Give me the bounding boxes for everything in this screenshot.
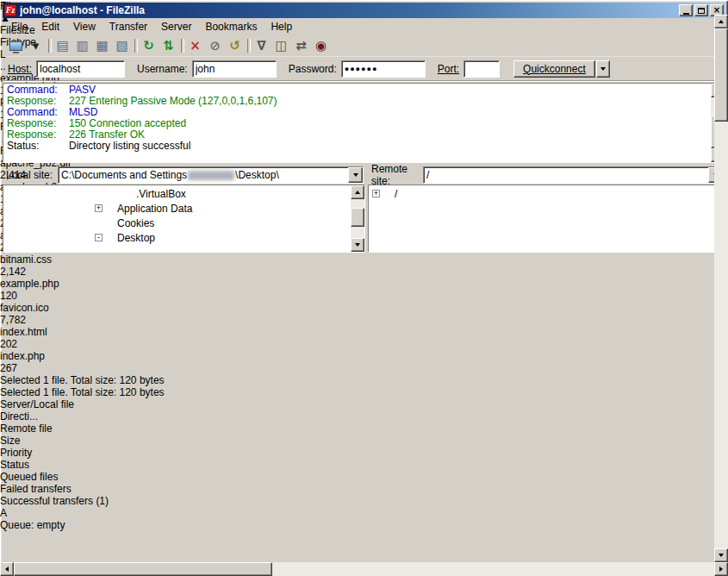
title-bar[interactable]: Fz john@localhost - FileZilla × [3, 3, 725, 18]
queue-column-header-status[interactable]: Status [0, 459, 136, 471]
local-site-combobox[interactable]: C:\Documents and Settings\Desktop\ [58, 166, 364, 184]
synchronized-browsing-button[interactable]: ⇄ [291, 36, 311, 55]
reconnect-button[interactable]: ↺ [225, 36, 245, 55]
file-name: bitnami.css [0, 254, 244, 266]
tree-item-desktop[interactable]: -Desktop [3, 230, 351, 245]
tab-failed-transfers[interactable]: Failed transfers [0, 483, 728, 495]
remote-selection-status: Selected 1 file. Total size: 120 bytes [0, 386, 728, 398]
expand-plus-icon[interactable]: + [95, 204, 103, 212]
menu-item-view[interactable]: View [66, 19, 103, 34]
toggle-remote-tree-button[interactable]: ▦ [92, 36, 112, 55]
remote-tree-rows: +/ [369, 186, 725, 252]
log-line-label: Status: [7, 141, 69, 152]
quickconnect-dropdown-button[interactable] [596, 60, 610, 78]
expand-plus-icon[interactable]: + [372, 190, 380, 197]
transfer-queue-header: Server/Local fileDirecti...Remote fileSi… [0, 398, 728, 471]
minimize-button[interactable] [679, 4, 693, 16]
log-line-response: Response:227 Entering Passive Mode (127,… [7, 96, 707, 107]
cancel-button[interactable]: × [185, 36, 205, 55]
arrow-down-icon [355, 243, 360, 247]
file-cell: 202 [0, 338, 96, 350]
menu-item-bookmarks[interactable]: Bookmarks [198, 19, 264, 34]
refresh-button[interactable]: ↻ [139, 36, 159, 55]
queue-column-header-size[interactable]: Size [0, 435, 58, 447]
remote-file-row-favicon-ico[interactable]: favicon.ico7,782 [0, 302, 728, 326]
remote-site-combobox[interactable]: / [423, 166, 724, 184]
queue-column-header-directi[interactable]: Directi... [0, 410, 54, 423]
scroll-left-button[interactable] [0, 562, 14, 576]
scroll-right-button[interactable] [714, 562, 728, 576]
transfer-type-icon[interactable]: A [0, 507, 728, 519]
scroll-up-button[interactable] [714, 15, 728, 28]
column-header-label: Size [0, 435, 58, 447]
scrollbar-thumb[interactable] [714, 28, 728, 122]
quickconnect-button[interactable]: Quickconnect [513, 60, 595, 78]
redacted-username [188, 171, 234, 180]
disconnect-icon: ⊘ [209, 40, 221, 53]
maximize-icon [698, 8, 705, 14]
port-input[interactable] [464, 60, 500, 78]
remote-horizontal-scrollbar[interactable] [0, 562, 728, 576]
tab-queued-files[interactable]: Queued files [0, 471, 728, 483]
tree-item-label: / [395, 188, 397, 200]
remote-file-row-bitnami-css[interactable]: bitnami.css2,142 [0, 254, 728, 278]
site-manager-button[interactable] [6, 36, 26, 55]
site-manager-icon [9, 41, 22, 51]
tree-item-item[interactable]: +/ [369, 186, 725, 201]
queue-column-header-server-local-file[interactable]: Server/Local file [0, 398, 200, 410]
remote-file-row-example-php[interactable]: example.php120 [0, 278, 728, 302]
scroll-down-button[interactable] [714, 548, 728, 562]
log-line-text: Directory listing successful [69, 141, 190, 152]
toggle-transfer-queue-button[interactable]: ▧ [112, 36, 132, 55]
tree-item-virtualbox[interactable]: .VirtualBox [3, 186, 351, 201]
folder-icon [105, 219, 117, 228]
tree-item-cookies[interactable]: Cookies [3, 216, 351, 230]
scrollbar-thumb[interactable] [351, 208, 364, 227]
toolbar: ▾▤▥▦▧↻⇅×⊘↺∇◫⇄◉ [3, 35, 725, 57]
maximize-button[interactable] [694, 4, 708, 16]
arrow-right-icon [719, 567, 723, 572]
menu-item-server[interactable]: Server [154, 19, 198, 34]
menu-item-help[interactable]: Help [264, 19, 299, 34]
queue-column-header-remote-file[interactable]: Remote file [0, 423, 148, 435]
host-input[interactable] [36, 60, 125, 78]
password-input[interactable] [341, 60, 426, 78]
remote-site-path: / [424, 167, 708, 183]
file-name: index.html [0, 326, 244, 338]
collapse-minus-icon[interactable]: - [95, 234, 103, 241]
scroll-down-button[interactable] [351, 238, 364, 252]
site-manager-dropdown-button[interactable]: ▾ [26, 36, 46, 55]
menu-item-transfer[interactable]: Transfer [103, 19, 154, 34]
toggle-message-log-button[interactable]: ▤ [53, 36, 72, 55]
toggle-local-tree-button[interactable]: ▥ [72, 36, 92, 55]
port-label: Port: [438, 63, 459, 75]
scrollbar-thumb[interactable] [14, 562, 272, 576]
menu-item-file[interactable]: File [4, 19, 34, 34]
tab-successful-transfers-1[interactable]: Successful transfers (1) [0, 495, 728, 507]
remote-vertical-scrollbar[interactable] [714, 15, 728, 562]
queue-column-header-priority[interactable]: Priority [0, 447, 54, 459]
minimize-icon [683, 13, 689, 15]
directory-comparison-button[interactable]: ◫ [271, 36, 291, 55]
scroll-up-button[interactable] [351, 185, 364, 199]
find-files-button[interactable]: ◉ [311, 36, 331, 55]
disconnect-button[interactable]: ⊘ [205, 36, 225, 55]
remote-file-row-index-php[interactable]: index.php267 [0, 350, 728, 374]
tree-item-application-data[interactable]: +Application Data [3, 201, 351, 216]
username-input[interactable] [192, 60, 277, 78]
reconnect-icon: ↺ [229, 40, 240, 53]
log-lines-container: Command:PASVResponse:227 Entering Passiv… [3, 84, 711, 162]
chevron-down-icon [353, 173, 358, 177]
filter-button[interactable]: ∇ [252, 36, 271, 55]
file-cell: bitnami.css [0, 254, 244, 266]
file-name: example.php [0, 278, 244, 290]
column-header-label: Server/Local file [0, 398, 200, 410]
column-header-label: Status [0, 459, 136, 471]
local-site-dropdown-button[interactable] [348, 167, 363, 183]
remote-file-row-index-html[interactable]: index.html202 [0, 326, 728, 350]
process-queue-button[interactable]: ⇅ [159, 36, 178, 55]
quickconnect-bar: Host: Username: Password: Port: Quickcon… [3, 57, 725, 81]
menu-item-edit[interactable]: Edit [34, 19, 66, 34]
arrow-up-icon [719, 20, 724, 23]
local-tree-scrollbar[interactable] [351, 185, 364, 252]
